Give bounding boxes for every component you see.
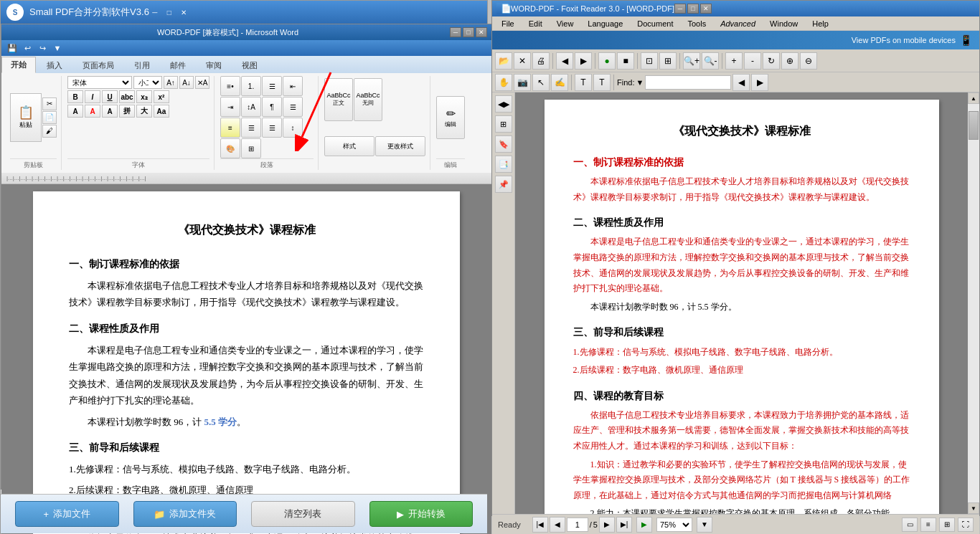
strikethrough-button[interactable]: abc bbox=[119, 90, 135, 103]
find-prev-button[interactable]: ◀ bbox=[732, 74, 750, 91]
tab-start[interactable]: 开始 bbox=[1, 57, 36, 73]
word-document-area[interactable]: 《现代交换技术》课程标准 一、制订课程标准的依据 本课程标准依据电子信息工程技术… bbox=[1, 184, 491, 534]
menu-help[interactable]: Help bbox=[806, 17, 835, 30]
format-painter-button[interactable]: 🖌 bbox=[42, 125, 57, 138]
prev-page-button[interactable]: ◀ bbox=[556, 52, 573, 70]
open-button[interactable]: 📂 bbox=[495, 52, 512, 70]
word-close-button[interactable]: ✕ bbox=[476, 27, 487, 37]
text-effect-button[interactable]: A bbox=[67, 105, 83, 118]
rotate-button[interactable]: ↻ bbox=[763, 52, 780, 70]
foxit-pdf-content[interactable]: 《现代交换技术》课程标准 一、制订课程标准的依据 本课程标准依据电子信息工程技术… bbox=[515, 92, 968, 514]
text-select-button[interactable]: T bbox=[575, 74, 592, 91]
view-single-button[interactable]: ▭ bbox=[902, 518, 918, 532]
border-button[interactable]: ⊞ bbox=[241, 138, 261, 158]
scroll-down-button[interactable]: ▼ bbox=[968, 502, 979, 514]
tab-mail[interactable]: 邮件 bbox=[161, 57, 195, 73]
comment-button[interactable]: 📌 bbox=[495, 176, 512, 193]
align-center-button[interactable]: ≡ bbox=[220, 118, 240, 138]
annotation-button[interactable]: ✍ bbox=[551, 74, 568, 91]
arrow-left-button[interactable]: ◀▶ bbox=[495, 95, 512, 113]
text-convert-button[interactable]: Aa bbox=[154, 105, 169, 118]
grow-font-button[interactable]: A↑ bbox=[164, 76, 178, 89]
next-page-button[interactable]: ▶ bbox=[575, 52, 592, 70]
zoom-in-button[interactable]: 🔍+ bbox=[683, 52, 700, 70]
align-left-button[interactable]: ☰ bbox=[283, 97, 303, 117]
print-button[interactable]: 🖨 bbox=[532, 52, 550, 70]
numbering-button[interactable]: 1. bbox=[241, 76, 261, 96]
cut-button[interactable]: ✂ bbox=[42, 97, 57, 110]
redo-icon[interactable]: ↪ bbox=[36, 42, 49, 54]
menu-document[interactable]: Document bbox=[631, 17, 679, 30]
pinyin-button[interactable]: 拼 bbox=[119, 105, 135, 118]
view-facing-button[interactable]: ⊞ bbox=[939, 518, 955, 532]
show-marks-button[interactable]: ¶ bbox=[262, 97, 282, 117]
zoom-in2-button[interactable]: + bbox=[725, 52, 743, 70]
align-right-button[interactable]: ☰ bbox=[241, 118, 261, 138]
play-button[interactable]: ▶ bbox=[636, 517, 652, 533]
line-spacing-button[interactable]: ↕ bbox=[283, 118, 303, 138]
text-edit-button[interactable]: T bbox=[593, 74, 611, 91]
superscript-button[interactable]: x² bbox=[154, 90, 169, 103]
close-doc-button[interactable]: ✕ bbox=[514, 52, 531, 70]
zoom-select[interactable]: 75% bbox=[656, 518, 692, 532]
prev-page-nav-button[interactable]: ◀ bbox=[550, 517, 565, 533]
bookmarks-button[interactable]: 🔖 bbox=[495, 135, 512, 153]
word-restore-button[interactable]: □ bbox=[463, 27, 474, 37]
shading-button[interactable]: 🎨 bbox=[220, 138, 240, 158]
menu-advanced[interactable]: Advanced bbox=[714, 17, 762, 30]
italic-button[interactable]: I bbox=[85, 90, 100, 103]
font-color-button[interactable]: A bbox=[85, 105, 100, 118]
customize-icon[interactable]: ▼ bbox=[51, 42, 64, 54]
hand-tool-button[interactable]: ✋ bbox=[495, 74, 512, 91]
foxit-restore-button[interactable]: □ bbox=[687, 4, 699, 14]
paste-button[interactable]: 📋 粘贴 bbox=[10, 93, 42, 142]
view-continuous-button[interactable]: ≡ bbox=[920, 518, 936, 532]
save-icon[interactable]: 💾 bbox=[6, 42, 19, 54]
justify-button[interactable]: ☰ bbox=[262, 118, 282, 138]
add-folder-button[interactable]: 📁 添加文件夹 bbox=[133, 501, 237, 527]
snapshot-button[interactable]: 📷 bbox=[514, 74, 531, 91]
subscript-button[interactable]: x₂ bbox=[136, 90, 152, 103]
undo-icon[interactable]: ↩ bbox=[21, 42, 34, 54]
tab-review[interactable]: 审阅 bbox=[197, 57, 231, 73]
tab-view[interactable]: 视图 bbox=[232, 57, 267, 73]
fit-page-button[interactable]: ⊡ bbox=[641, 52, 658, 70]
scroll-up-button[interactable]: ▲ bbox=[968, 92, 979, 104]
zoom-dropdown-button[interactable]: ▼ bbox=[697, 517, 712, 533]
menu-view[interactable]: View bbox=[550, 17, 580, 30]
clear-list-button[interactable]: 清空列表 bbox=[251, 501, 355, 527]
menu-window[interactable]: Window bbox=[763, 17, 804, 30]
modify-styles-button[interactable]: 更改样式 bbox=[375, 136, 425, 156]
menu-tools[interactable]: Tools bbox=[681, 17, 712, 30]
zoom-out3-button[interactable]: ⊖ bbox=[800, 52, 817, 70]
current-page-input[interactable] bbox=[567, 518, 588, 532]
fit-width-button[interactable]: ⊞ bbox=[659, 52, 677, 70]
decrease-indent-button[interactable]: ⇤ bbox=[283, 76, 303, 96]
foxit-close-button[interactable]: ✕ bbox=[700, 4, 712, 14]
menu-file[interactable]: File bbox=[495, 17, 521, 30]
last-page-button[interactable]: ▶| bbox=[616, 517, 632, 533]
style-normal-button[interactable]: AaBbCc 正文 bbox=[324, 78, 353, 121]
scroll-track[interactable] bbox=[968, 104, 979, 502]
underline-button[interactable]: U bbox=[102, 90, 118, 103]
multilevel-button[interactable]: ☰ bbox=[262, 76, 282, 96]
find-input[interactable] bbox=[645, 75, 731, 90]
menu-language[interactable]: Language bbox=[581, 17, 629, 30]
style-nosp-button[interactable]: AaBbCc 无间 bbox=[354, 78, 382, 121]
pages-panel-button[interactable]: ⊞ bbox=[495, 115, 512, 133]
bullets-button[interactable]: ≡• bbox=[220, 76, 240, 96]
scroll-thumb[interactable] bbox=[969, 111, 979, 140]
tab-references[interactable]: 引用 bbox=[125, 57, 159, 73]
change-styles-button[interactable]: 样式 bbox=[324, 136, 374, 156]
next-page-nav-button[interactable]: ▶ bbox=[599, 517, 615, 533]
view-fullscreen-button[interactable]: ⛶ bbox=[958, 518, 974, 532]
enlarge-button[interactable]: 大 bbox=[136, 105, 152, 118]
tab-insert[interactable]: 插入 bbox=[37, 57, 72, 73]
sort-button[interactable]: ↕A bbox=[241, 97, 261, 117]
select-button[interactable]: ↖ bbox=[532, 74, 550, 91]
foxit-minimize-button[interactable]: ─ bbox=[674, 4, 686, 14]
zoom-out2-button[interactable]: - bbox=[744, 52, 761, 70]
zoom-in3-button[interactable]: ⊕ bbox=[781, 52, 798, 70]
edit-button[interactable]: ✏ 编辑 bbox=[436, 96, 465, 139]
maximize-button[interactable]: □ bbox=[164, 6, 175, 18]
